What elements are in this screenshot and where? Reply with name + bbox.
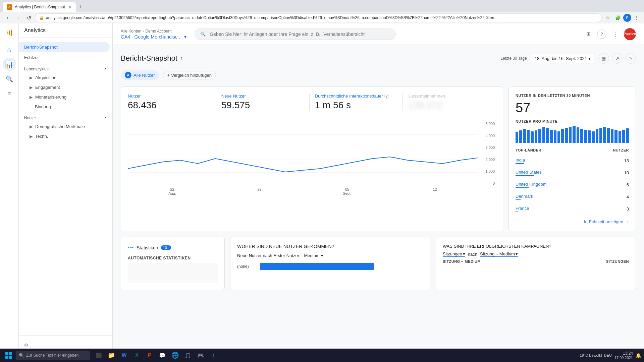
ga-logo bbox=[3, 26, 16, 40]
scroll-area[interactable] bbox=[128, 263, 218, 283]
france-bar bbox=[516, 212, 518, 212]
main-content: Alle Konten › Demo Account GA4 - Google … bbox=[113, 23, 644, 362]
taskbar-icons-area: ⬛ 📁 W X P 💬 🌐 🎵 🎮 ♪ bbox=[93, 349, 219, 361]
taskbar-search-box[interactable]: 🔍 Zur Suche Text hier eingeben bbox=[16, 351, 90, 360]
main-header: Alle Konten › Demo Account GA4 - Google … bbox=[113, 23, 644, 45]
bar-chart-bar bbox=[519, 130, 522, 143]
taskbar-icon-other1[interactable]: 🎵 bbox=[182, 349, 194, 361]
bar-chart-bar bbox=[557, 131, 560, 143]
nav-sub-item-akquisition[interactable]: ▶ Akquisition bbox=[19, 73, 112, 82]
taskbar-icon-explorer[interactable]: 📁 bbox=[105, 349, 117, 361]
nav-sub-item-engagement[interactable]: ▶ Engagement bbox=[19, 82, 112, 92]
taskbar-clock[interactable]: 13:24 17.09.2021 bbox=[614, 351, 633, 360]
search-box[interactable]: 🔍 bbox=[195, 28, 396, 40]
info-icon[interactable]: ? bbox=[384, 94, 389, 99]
taskbar-start-button[interactable] bbox=[3, 349, 15, 361]
france-name[interactable]: France bbox=[516, 206, 529, 211]
reload-button[interactable]: ↺ bbox=[24, 13, 34, 22]
account-selector[interactable]: GA4 - Google Merchandise ... ▾ bbox=[121, 34, 186, 40]
breadcrumb: Alle Konten › Demo Account bbox=[121, 29, 186, 34]
search-input[interactable] bbox=[210, 32, 390, 37]
new-tab-button[interactable]: + bbox=[76, 2, 86, 12]
akquisition-label: Akquisition bbox=[35, 75, 56, 80]
forward-button[interactable]: › bbox=[13, 13, 23, 22]
realtime-link[interactable]: In Echtzeit anzeigen → bbox=[516, 219, 629, 224]
taskbar-tray: 19°C Bewölkt DEU 13:24 17.09.2021 🔔 bbox=[580, 351, 641, 360]
x-label-29: 29 bbox=[257, 187, 261, 195]
active-tab[interactable]: A Analytics | Bericht-Snapshot ✕ bbox=[3, 2, 76, 12]
browser-chrome: A Analytics | Bericht-Snapshot ✕ + ‹ › ↺… bbox=[0, 0, 644, 23]
taskbar-icon-word[interactable]: W bbox=[118, 349, 130, 361]
breadcrumb-demo-account[interactable]: Demo Account bbox=[145, 29, 171, 34]
share-button[interactable]: ↗ bbox=[612, 53, 623, 64]
camp-table-header: SITZUNG – MEDIUM SITZUNGEN bbox=[443, 259, 629, 265]
x-label-05: 05 Sept. bbox=[343, 187, 352, 195]
extensions-icon[interactable]: 🧩 bbox=[613, 13, 623, 22]
browser-toolbar: ‹ › ↺ 🔒 analytics.google.com/analytics/w… bbox=[0, 12, 644, 23]
india-name[interactable]: India bbox=[516, 158, 525, 163]
nav-sub-item-techn[interactable]: ▶ Techn. bbox=[19, 131, 112, 141]
nav-section-nutzer[interactable]: Nutzer ∧ bbox=[19, 112, 112, 122]
bar-chart-bar bbox=[565, 128, 568, 143]
profile-icon[interactable]: P bbox=[623, 14, 631, 22]
where-dropdown[interactable]: Neue Nutzer nach Erster Nutzer – Medium … bbox=[237, 253, 423, 259]
nav-icon-realtime[interactable]: 📊 bbox=[3, 58, 16, 71]
taskbar-icon-chat[interactable]: 💬 bbox=[156, 349, 168, 361]
where-card: WOHER SIND NEUE NUTZER GEKOMMEN? Neue Nu… bbox=[230, 237, 430, 290]
metric-gesamteinnahmen-label: Gesamteinnahmen bbox=[408, 94, 491, 99]
bar-chart-bar bbox=[550, 130, 552, 143]
apps-icon[interactable]: ⊞ bbox=[582, 28, 594, 40]
add-filter-button[interactable]: + Vergleich hinzufügen bbox=[163, 71, 216, 79]
compare-view-button[interactable]: 〜 bbox=[625, 53, 636, 64]
bar-chart-bar bbox=[622, 130, 625, 143]
filter-tag[interactable]: A Alle Nutzer bbox=[121, 70, 159, 80]
profile-button[interactable]: Pausiert bbox=[624, 28, 636, 40]
nav-item-echtzeit[interactable]: Echtzeit bbox=[19, 52, 112, 63]
sessions-selector[interactable]: Sitzungen ▾ bbox=[443, 251, 465, 257]
uk-count: 6 bbox=[627, 182, 629, 187]
tab-close-icon[interactable]: ✕ bbox=[68, 4, 72, 10]
nav-sub-item-monetarisierung[interactable]: ▶ Monetarisierung bbox=[19, 92, 112, 102]
export-icon[interactable]: ↑ bbox=[180, 55, 183, 61]
bookmark-icon[interactable]: ☆ bbox=[603, 13, 612, 22]
taskbar-icon-task-view[interactable]: ⬛ bbox=[93, 349, 105, 361]
breadcrumb-alle-konten[interactable]: Alle Konten bbox=[121, 29, 141, 34]
table-view-button[interactable]: ▦ bbox=[598, 53, 609, 64]
svg-rect-7 bbox=[5, 352, 8, 355]
stat-header-row: 〜 Statistiken 10+ bbox=[128, 244, 218, 252]
country-row-india: India 13 bbox=[516, 155, 629, 167]
help-icon[interactable]: ? bbox=[597, 29, 606, 39]
nav-section-lebenszyklus[interactable]: Lebenszyklus ∧ bbox=[19, 63, 112, 73]
horizontal-bar bbox=[260, 263, 374, 270]
us-name[interactable]: United States bbox=[516, 170, 542, 175]
address-bar[interactable]: 🔒 analytics.google.com/analytics/web/#p2… bbox=[35, 13, 602, 22]
analytics-title: Analytics bbox=[24, 27, 46, 34]
taskbar-notification-icon[interactable]: 🔔 bbox=[636, 353, 641, 358]
nav-icon-list[interactable]: ≡ bbox=[3, 87, 16, 101]
taskbar-icon-powerpoint[interactable]: P bbox=[144, 349, 156, 361]
us-count: 10 bbox=[624, 170, 629, 175]
more-options-button[interactable]: ⋮ bbox=[609, 28, 621, 40]
medium-selector[interactable]: Sitzung – Medium ▾ bbox=[480, 251, 518, 257]
nav-icon-search[interactable]: 🔍 bbox=[3, 72, 16, 86]
denmark-name[interactable]: Denmark bbox=[516, 194, 533, 199]
taskbar-icon-spotify[interactable]: ♪ bbox=[207, 349, 219, 361]
nav-sub-item-demografische[interactable]: ▶ Demografische Merkmale bbox=[19, 122, 112, 131]
nav-icon-home[interactable]: ⌂ bbox=[3, 43, 16, 56]
bar-chart-bar bbox=[516, 132, 518, 143]
tab-favicon: A bbox=[7, 4, 12, 10]
none-label: (none) bbox=[237, 264, 257, 269]
lock-icon: 🔒 bbox=[39, 16, 44, 20]
taskbar-icon-excel[interactable]: X bbox=[131, 349, 143, 361]
metric-neue-nutzer-value: 59.575 bbox=[221, 100, 304, 111]
nav-item-bericht-snapshot[interactable]: Bericht-Snapshot bbox=[19, 42, 110, 52]
nav-sub-item-bindung[interactable]: Bindung bbox=[19, 102, 112, 112]
uk-name[interactable]: United Kingdom bbox=[516, 182, 547, 187]
taskbar-icon-chrome[interactable]: 🌐 bbox=[169, 349, 181, 361]
medium-label: Sitzung – Medium bbox=[480, 251, 515, 256]
page-title-row: Bericht-Snapshot ↑ Letzte 30 Tage 18. Au… bbox=[121, 53, 636, 64]
back-button[interactable]: ‹ bbox=[3, 13, 12, 22]
date-range-selector[interactable]: 18. Aug. bis 16. Sept. 2021 ▾ bbox=[531, 54, 594, 63]
taskbar-icon-other2[interactable]: 🎮 bbox=[195, 349, 207, 361]
more-options-icon[interactable]: ⋮ bbox=[632, 13, 641, 22]
